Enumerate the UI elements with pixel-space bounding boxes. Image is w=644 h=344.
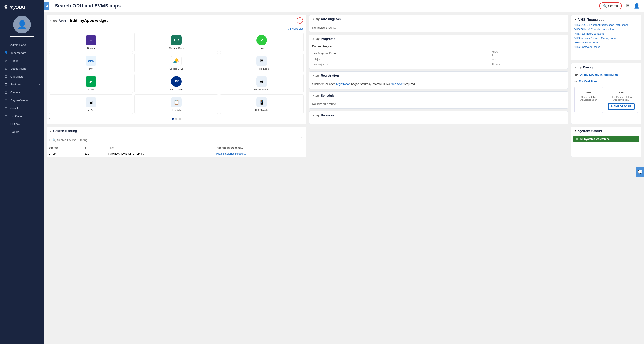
sidebar-item-degree-works[interactable]: ◻ Degree Works bbox=[0, 96, 44, 104]
widget-title: Edit myApps widget bbox=[70, 18, 108, 23]
logo: ♛ myODU bbox=[0, 2, 44, 14]
header-actions: 🔍 Search 🖥 👤 bbox=[599, 2, 640, 9]
apps-next-button[interactable]: › bbox=[302, 116, 304, 121]
sidebar-item-label: Outlook bbox=[10, 122, 20, 126]
collapse-tutoring-icon[interactable]: ∧ bbox=[50, 129, 52, 132]
home-icon: ⌂ bbox=[4, 59, 8, 62]
alert-icon: ⚠ bbox=[4, 67, 8, 70]
collapse-apps-icon[interactable]: ∧ bbox=[50, 19, 52, 22]
sidebar-item-impersonate[interactable]: 👤 Impersonate bbox=[0, 49, 44, 57]
sidebar-item-status-alerts[interactable]: ⚠ Status Alerts bbox=[0, 65, 44, 72]
collapse-schedule-icon[interactable]: ∧ bbox=[312, 94, 314, 97]
collapse-programs-icon[interactable]: ∧ bbox=[312, 37, 314, 40]
registration-link[interactable]: registration bbox=[336, 82, 350, 86]
app-item-google-drive[interactable]: Google Drive bbox=[134, 53, 218, 72]
advising-prefix: my bbox=[316, 17, 320, 21]
collapse-balances-icon[interactable]: ∧ bbox=[312, 114, 314, 117]
sidebar-collapse-button[interactable]: ◀ bbox=[44, 1, 49, 10]
no-program-cell: No Program Found bbox=[312, 49, 491, 57]
vhs-link-facilities[interactable]: VHS Facilities Operations bbox=[574, 32, 638, 35]
canvas-icon: ◻ bbox=[4, 90, 8, 94]
feedback-button[interactable]: 💬 bbox=[636, 167, 644, 177]
vhs-link-network[interactable]: VHS Network Account Management bbox=[574, 37, 638, 40]
app-item-banner[interactable]: ⊛ Banner bbox=[49, 32, 133, 52]
eva-icon: eVA bbox=[86, 55, 96, 66]
app-item-odu-mobile[interactable]: 📱 ODU Mobile bbox=[220, 94, 304, 114]
balances-prefix: my bbox=[316, 114, 320, 117]
vhs-link-password[interactable]: VHS Password Reset bbox=[574, 45, 638, 48]
collapse-dining-icon[interactable]: ∧ bbox=[574, 66, 576, 69]
leoonline-icon: ◻ bbox=[4, 114, 8, 118]
app-item-it-help-desk[interactable]: 🖥 IT Help Desk bbox=[220, 53, 304, 72]
apps-menu-button[interactable]: ⋮ bbox=[297, 17, 303, 23]
apps-dots bbox=[172, 118, 181, 120]
time-ticket-link[interactable]: time ticket bbox=[391, 82, 404, 86]
vhs-link-papercut[interactable]: VHS PaperCut Setup bbox=[574, 41, 638, 44]
dining-label: Dining bbox=[583, 65, 593, 69]
sidebar-item-admin-panel[interactable]: ⊞ Admin Panel bbox=[0, 41, 44, 49]
title-cell: FOUNDATIONS OF CHEM I... bbox=[107, 151, 214, 157]
status-bar: All Systems Operational bbox=[574, 136, 639, 142]
sidebar-item-systems[interactable]: ⊡ Systems ∧ bbox=[0, 80, 44, 88]
header: ◀ Search ODU and EVMS apps 🔍 Search 🖥 👤 bbox=[44, 0, 644, 12]
app-item-odu-jobs[interactable]: 📋 ODU Jobs bbox=[134, 94, 218, 114]
collapse-vhs-icon[interactable]: ∧ bbox=[574, 18, 576, 21]
app-item-move[interactable]: 🖥 MOVE bbox=[49, 94, 133, 114]
dining-cards: --- Meals Left this Academic Year --- Fl… bbox=[571, 85, 641, 115]
app-item-leo-online[interactable]: LEO LEO Online bbox=[134, 74, 218, 93]
app-item-duo[interactable]: ✓ Duo bbox=[220, 32, 304, 52]
col-number: # bbox=[83, 145, 106, 151]
checklist-icon: ☑ bbox=[4, 75, 8, 78]
vhs-link-duo[interactable]: VHS DUO 2-Factor Authentication Instruct… bbox=[574, 23, 638, 26]
myapps-widget: ∧ my Apps Edit myApps widget ⋮ All Apps … bbox=[46, 15, 306, 124]
monitor-icon[interactable]: 🖥 bbox=[625, 3, 630, 9]
crown-icon: ♛ bbox=[4, 4, 8, 10]
info-cell[interactable]: Math & Science Resour... bbox=[214, 151, 306, 157]
search-button[interactable]: 🔍 Search bbox=[599, 2, 622, 9]
sidebar-item-label: Systems bbox=[10, 83, 21, 86]
sidebar-item-outlook[interactable]: ◻ Outlook bbox=[0, 120, 44, 128]
app-item-kuali[interactable]: Kuali bbox=[49, 74, 133, 93]
vhs-link-ethics[interactable]: VHS Ethics & Compliance Hotline bbox=[574, 28, 638, 31]
myadvising-header: ∧ my AdvisingTeam bbox=[309, 15, 568, 23]
sidebar-item-label: Admin Panel bbox=[10, 43, 26, 46]
sidebar-item-papers[interactable]: ◻ Papers bbox=[0, 128, 44, 136]
mybalances-widget: ∧ my Balances bbox=[309, 111, 568, 124]
tutoring-table: Subject # Title Tutoring Info/Locati... … bbox=[47, 145, 306, 157]
user-profile-icon[interactable]: 👤 bbox=[634, 3, 640, 9]
sidebar-item-home[interactable]: ⌂ Home bbox=[0, 57, 44, 65]
sidebar-item-gmail[interactable]: ◻ Gmail bbox=[0, 104, 44, 112]
odu-jobs-icon: 📋 bbox=[171, 97, 182, 107]
page-title: Search ODU and EVMS apps bbox=[55, 3, 599, 9]
no-major-cell: No major found bbox=[312, 62, 491, 67]
dining-locations-link[interactable]: Dining Locations and Menus bbox=[580, 73, 618, 76]
subject-cell: CHEM bbox=[47, 151, 83, 157]
collapse-status-icon[interactable]: ∧ bbox=[574, 129, 576, 133]
apps-prev-button[interactable]: ‹ bbox=[49, 116, 50, 121]
dot-2 bbox=[175, 118, 178, 120]
tutoring-widget: ∧ Course Tutoring 🔍 Subject # Title Tuto… bbox=[46, 127, 306, 157]
sidebar-item-checklists[interactable]: ☑ Checklists bbox=[0, 72, 44, 80]
papers-icon: ◻ bbox=[4, 130, 8, 134]
app-item-chrome-river[interactable]: CR Chrome River bbox=[134, 32, 218, 52]
myregistration-widget: ∧ my Registration Summer/Fall open regis… bbox=[309, 71, 568, 89]
app-item-eva[interactable]: eVA eVA bbox=[49, 53, 133, 72]
sidebar-item-leoonline[interactable]: ◻ LeoOnline bbox=[0, 112, 44, 120]
collapse-advising-icon[interactable]: ∧ bbox=[312, 17, 314, 21]
tutoring-search-input[interactable] bbox=[57, 138, 300, 142]
gmail-icon: ◻ bbox=[4, 106, 8, 110]
flex-value: --- bbox=[619, 90, 624, 95]
all-apps-link[interactable]: All Apps List bbox=[47, 26, 306, 32]
kuali-label: Kuali bbox=[88, 88, 94, 91]
make-deposit-button[interactable]: MAKE DEPOSIT bbox=[608, 103, 634, 110]
app-item-monarch-print[interactable]: 🖨 Monarch Print bbox=[220, 74, 304, 93]
meal-plan-link[interactable]: My Meal Plan bbox=[579, 80, 597, 83]
sidebar-item-label: Gmail bbox=[10, 106, 18, 110]
dining-prefix: my bbox=[578, 65, 582, 69]
odu-mobile-label: ODU Mobile bbox=[255, 109, 268, 111]
sidebar-item-canvas[interactable]: ◻ Canvas bbox=[0, 88, 44, 96]
chevron-up-icon: ∧ bbox=[39, 83, 40, 86]
dining-header: ∧ my Dining bbox=[571, 63, 641, 71]
collapse-registration-icon[interactable]: ∧ bbox=[312, 74, 314, 77]
leo-online-label: LEO Online bbox=[170, 88, 183, 91]
